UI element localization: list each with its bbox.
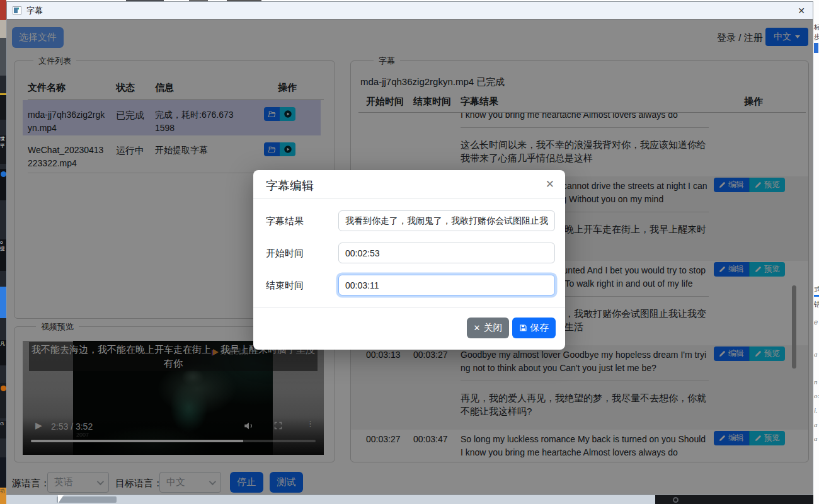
desktop-fragment: a [814, 421, 818, 428]
desktop-fragment: e [814, 318, 818, 326]
field-label-start: 开始时间 [266, 248, 304, 260]
desktop-bottom-strip [6, 495, 813, 504]
field-label-result: 字幕结果 [266, 215, 304, 227]
mouse-cursor [58, 495, 64, 503]
app-icon [13, 6, 21, 14]
save-icon [519, 324, 527, 332]
desktop-fragment: o: [814, 392, 819, 399]
desktop-left-strip: 世平 o 捷 凡 G 功 [0, 0, 6, 504]
save-label: 保存 [530, 322, 549, 334]
modal-close-icon[interactable]: ✕ [546, 178, 554, 191]
subtitle-edit-modal: 字幕编辑 ✕ 字幕结果 我看到你走了，我闹鬼了，我敢打赌你会试图阻止我 开始时间… [253, 170, 565, 350]
window-title: 字幕 [26, 5, 43, 16]
desktop-fragment: 标 [814, 23, 819, 32]
x-icon: ✕ [474, 323, 481, 333]
desktop-fragment: i. [814, 406, 818, 414]
desktop-fragment: 式 [814, 285, 819, 294]
modal-header: 字幕编辑 ✕ [253, 170, 565, 198]
close-label: 关闭 [483, 322, 502, 334]
subtitle-result-input[interactable]: 我看到你走了，我闹鬼了，我敢打赌你会试图阻止我 [338, 210, 555, 231]
start-time-input[interactable]: 00:02:53 [338, 243, 555, 263]
desktop-fragment: 错 [814, 300, 819, 309]
screen: 世平 o 捷 凡 G 功 标 步 式 错 e a n o: i. a a 字 [0, 0, 819, 504]
modal-footer: ✕关闭 保存 [253, 307, 565, 350]
desktop-right-strip: 标 步 式 错 e a n o: i. a a [813, 0, 819, 504]
end-time-input[interactable]: 00:03:11 [338, 275, 555, 295]
desktop-fragment [814, 295, 819, 297]
modal-title: 字幕编辑 [266, 178, 314, 194]
desktop-fragment: n [814, 378, 818, 386]
desktop-fragment: a [814, 350, 818, 358]
field-label-end: 结束时间 [266, 280, 304, 292]
modal-save-button[interactable]: 保存 [512, 318, 556, 338]
title-bar: 字幕 ✕ [7, 2, 813, 20]
modal-close-button[interactable]: ✕关闭 [467, 318, 509, 338]
desktop-fragment [814, 43, 818, 53]
desktop-fragment: 步 [814, 32, 819, 42]
desktop-fragment: a [814, 435, 818, 442]
window-close-icon[interactable]: ✕ [798, 6, 805, 15]
